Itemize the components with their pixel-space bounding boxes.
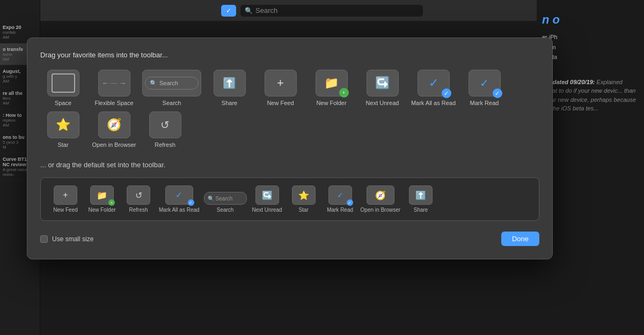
next-unread-icon: ↪️ <box>375 76 390 90</box>
toolbar-item-refresh[interactable]: ↺ Refresh <box>142 111 188 148</box>
search-magnifier-icon: 🔍 <box>150 80 157 87</box>
strip-item-new-feed[interactable]: + New Feed <box>49 185 82 213</box>
strip-open-browser-label: Open in Browser <box>361 207 400 213</box>
checkmark-circle-icon: ✓ <box>429 76 438 90</box>
strip-item-mark-all-read[interactable]: ✓ ✓ Mark All as Read <box>159 185 200 213</box>
check-blue-icon: ✓ <box>175 190 182 200</box>
strip-star-label: Star <box>298 207 308 213</box>
toolbar-customize-dialog: Drag your favorite items into the toolba… <box>27 38 553 259</box>
strip-new-folder-label: New Folder <box>88 207 115 213</box>
toolbar-item-share[interactable]: ⬆️ Share <box>207 70 252 106</box>
strip-new-feed-label: New Feed <box>53 207 78 213</box>
strip-new-folder-icon: 📁 + <box>90 185 114 205</box>
toolbar-search-bar[interactable]: 🔍 Search <box>240 5 423 17</box>
toolbar-item-new-feed[interactable]: + New Feed <box>258 70 303 106</box>
star-icon: ⭐ <box>56 118 70 132</box>
strip-mark-all-read-icon: ✓ ✓ <box>165 185 193 205</box>
strip-item-open-browser[interactable]: 🧭 Open in Browser <box>361 185 400 213</box>
plus-icon: + <box>277 76 284 90</box>
strip-item-new-folder[interactable]: 📁 + New Folder <box>86 185 118 213</box>
default-set-instruction: ... or drag the default set into the too… <box>40 161 539 169</box>
toolbar-item-mark-all-read[interactable]: ✓ ✓ Mark All as Read <box>411 70 456 106</box>
flexible-space-icon: ←·····→ <box>102 79 127 87</box>
use-small-size-checkbox[interactable] <box>40 235 48 243</box>
browser-icon: 🧭 <box>107 118 121 132</box>
refresh-icon: ↺ <box>135 190 142 200</box>
space-icon-box <box>47 70 79 96</box>
mark-read-icon-box: ✓ ✓ <box>469 70 501 96</box>
strip-search-label: Search <box>217 207 234 213</box>
strip-item-refresh[interactable]: ↺ Refresh <box>122 185 155 213</box>
toolbar-item-space[interactable]: Space <box>40 70 86 106</box>
blue-check-badge: + <box>339 88 349 98</box>
search-placeholder: Search <box>255 6 277 14</box>
refresh-icon-box: ↺ <box>149 111 181 138</box>
updated-text: Updated 09/20/19: Explained what to do i… <box>542 78 639 113</box>
mark-all-read-icon-box: ✓ ✓ <box>418 70 450 96</box>
strip-search-text: Search <box>216 196 233 202</box>
strip-open-browser-icon: 🧭 <box>367 185 394 205</box>
new-feed-icon-box: + <box>265 70 297 96</box>
dialog-footer: Use small size Done <box>40 232 539 246</box>
browser-icon: 🧭 <box>375 190 386 200</box>
toolbar-item-next-unread[interactable]: ↪️ Next Unread <box>360 70 405 106</box>
right-line: er iPh <box>542 33 639 42</box>
use-small-size-container: Use small size <box>40 235 93 243</box>
strip-refresh-label: Refresh <box>129 207 148 213</box>
drag-instruction: Drag your favorite items into the toolba… <box>40 51 539 59</box>
mark-read-label: Mark Read <box>470 100 499 106</box>
strip-mark-read-icon: ✓ ✓ <box>328 185 352 205</box>
open-browser-label: Open in Browser <box>92 142 136 148</box>
share-icon: ⬆️ <box>415 190 426 200</box>
share-label: Share <box>222 100 237 106</box>
next-unread-icon: ↪️ <box>262 190 273 200</box>
share-icon-box: ⬆️ <box>214 70 246 96</box>
right-content-background: n o er iPh Phon r data Updated 09/20/19:… <box>537 0 644 335</box>
strip-item-star[interactable]: ⭐ Star <box>288 185 320 213</box>
star-icon-box: ⭐ <box>47 111 79 138</box>
strip-next-unread-icon: ↪️ <box>255 185 279 205</box>
blue-check-badge: ✓ <box>442 88 451 98</box>
toolbar-item-open-browser[interactable]: 🧭 Open in Browser <box>91 111 137 148</box>
search-box-icon: 🔍 Search <box>145 77 199 90</box>
folder-plus-icon: 📁 <box>324 76 339 90</box>
open-browser-icon-box: 🧭 <box>98 111 130 138</box>
new-folder-icon-box: 📁 + <box>316 70 348 96</box>
highlight-text: n o <box>542 11 639 28</box>
default-toolbar-strip[interactable]: + New Feed 📁 + New Folder ↺ Refresh <box>40 177 539 221</box>
strip-search-box: 🔍 Search <box>204 192 247 205</box>
toolbar-item-new-folder[interactable]: 📁 + New Folder <box>309 70 354 106</box>
strip-new-feed-icon: + <box>54 185 77 205</box>
toolbar-item-search[interactable]: 🔍 Search Search <box>142 70 201 106</box>
strip-item-search[interactable]: 🔍 Search Search <box>204 192 247 213</box>
strip-item-share[interactable]: ⬆️ Share <box>405 185 437 213</box>
toolbar-item-star[interactable]: ⭐ Star <box>40 111 86 148</box>
toolbar-items-grid: Space ←·····→ Flexible Space 🔍 Search <box>40 70 539 148</box>
toolbar-item-mark-read[interactable]: ✓ ✓ Mark Read <box>462 70 507 106</box>
search-text: Search <box>159 80 178 86</box>
next-unread-label: Next Unread <box>366 100 399 106</box>
refresh-label: Refresh <box>155 142 175 148</box>
check-icon: ✓ <box>337 191 343 199</box>
star-icon: ⭐ <box>298 190 309 200</box>
flexible-space-icon-box: ←·····→ <box>98 70 130 96</box>
search-icon-box: 🔍 Search <box>142 70 201 96</box>
strip-share-label: Share <box>414 207 428 213</box>
strip-item-next-unread[interactable]: ↪️ Next Unread <box>251 185 283 213</box>
right-line: r data <box>542 53 639 62</box>
check-button[interactable]: ✓ <box>221 5 236 17</box>
mark-all-read-label: Mark All as Read <box>411 100 456 106</box>
blue-check-badge: ✓ <box>347 199 353 206</box>
space-label: Space <box>55 100 71 106</box>
strip-share-icon: ⬆️ <box>409 185 433 205</box>
space-icon <box>52 73 75 93</box>
toolbar-item-flexible-space[interactable]: ←·····→ Flexible Space <box>91 70 137 106</box>
strip-mark-read-label: Mark Read <box>327 207 353 213</box>
strip-mark-all-read-label: Mark All as Read <box>159 207 200 213</box>
strip-item-mark-read[interactable]: ✓ ✓ Mark Read <box>324 185 356 213</box>
flexible-space-label: Flexible Space <box>94 100 133 106</box>
next-unread-icon-box: ↪️ <box>367 70 399 96</box>
done-button[interactable]: Done <box>501 232 539 246</box>
blue-check-badge: ✓ <box>493 88 502 98</box>
right-line: Phon <box>542 43 639 52</box>
